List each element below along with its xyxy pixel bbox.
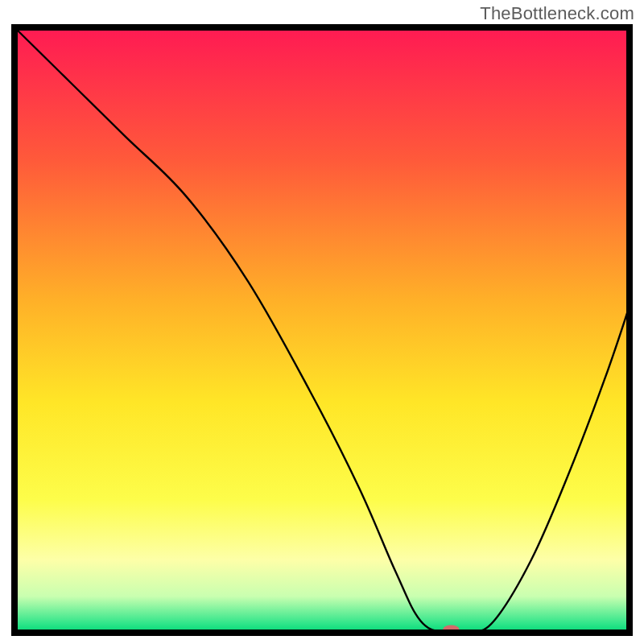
bottleneck-chart	[11, 24, 633, 636]
watermark-text: TheBottleneck.com	[480, 3, 634, 24]
